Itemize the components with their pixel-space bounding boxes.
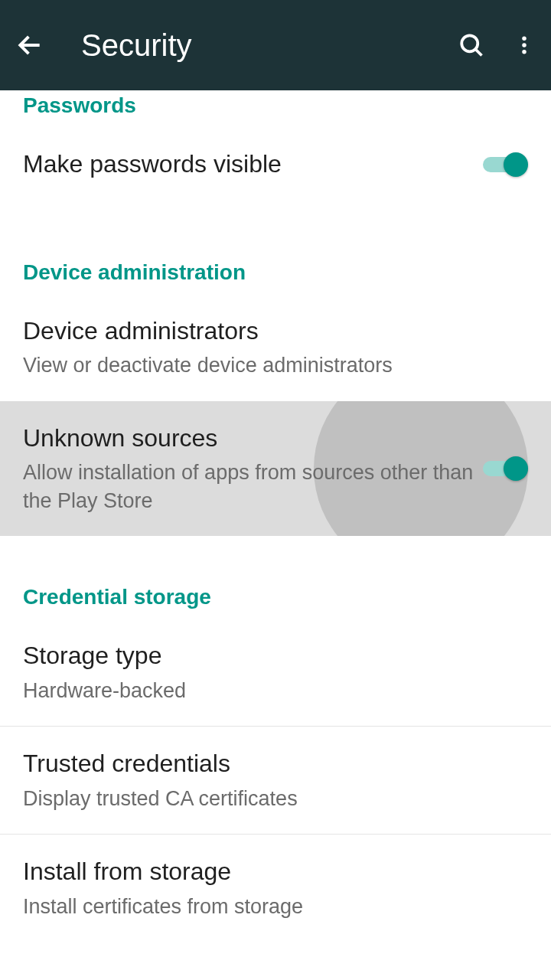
settings-list: Passwords Make passwords visible Device … [0, 87, 551, 942]
svg-point-5 [522, 50, 527, 54]
row-subtitle: Hardware-backed [23, 677, 528, 704]
section-header-credential-storage: Credential storage [0, 579, 551, 619]
back-arrow-icon[interactable] [15, 31, 44, 60]
row-title: Trusted credentials [23, 748, 528, 780]
svg-line-2 [476, 50, 482, 56]
row-unknown-sources[interactable]: Unknown sources Allow installation of ap… [0, 401, 551, 536]
row-title: Install from storage [23, 856, 528, 888]
row-subtitle: Install certificates from storage [23, 893, 528, 920]
row-make-passwords-visible[interactable]: Make passwords visible [0, 127, 551, 202]
row-title: Unknown sources [23, 423, 481, 455]
row-install-from-storage[interactable]: Install from storage Install certificate… [0, 835, 551, 942]
section-header-device-administration: Device administration [0, 245, 551, 294]
app-bar: Security [0, 0, 551, 90]
svg-point-4 [522, 43, 527, 47]
svg-point-3 [522, 37, 527, 41]
row-title: Storage type [23, 640, 528, 672]
search-icon[interactable] [458, 31, 485, 59]
row-subtitle: Allow installation of apps from sources … [23, 459, 481, 514]
page-title: Security [81, 28, 458, 63]
more-vert-icon[interactable] [513, 34, 536, 57]
row-device-administrators[interactable]: Device administrators View or deactivate… [0, 294, 551, 401]
row-title: Device administrators [23, 315, 528, 348]
section-header-passwords: Passwords [0, 87, 551, 127]
row-title: Make passwords visible [23, 149, 481, 181]
row-trusted-credentials[interactable]: Trusted credentials Display trusted CA c… [0, 727, 551, 834]
svg-point-1 [461, 35, 478, 51]
row-subtitle: Display trusted CA certificates [23, 785, 528, 812]
row-subtitle: View or deactivate device administrators [23, 351, 528, 379]
switch-unknown-sources[interactable] [481, 453, 528, 484]
switch-make-passwords-visible[interactable] [481, 149, 528, 180]
row-storage-type[interactable]: Storage type Hardware-backed [0, 619, 551, 726]
